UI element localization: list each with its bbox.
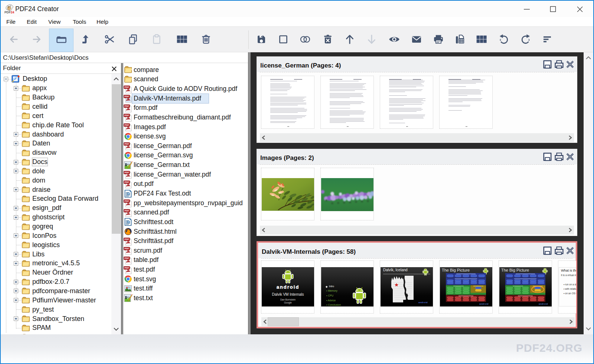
svg-text:PDF: PDF xyxy=(124,238,129,240)
svg-text:PDF: PDF xyxy=(124,209,129,212)
svg-text:PDF: PDF xyxy=(124,142,129,145)
svg-text:PDF: PDF xyxy=(124,200,129,202)
svg-text:PDF: PDF xyxy=(124,86,129,88)
svg-text:PDF: PDF xyxy=(124,95,129,98)
svg-text:PDF: PDF xyxy=(124,171,129,174)
svg-text:PDF24: PDF24 xyxy=(4,10,14,14)
svg-text:PDF: PDF xyxy=(124,124,129,126)
svg-text:PDF: PDF xyxy=(124,266,129,269)
svg-text:PDF: PDF xyxy=(124,181,129,183)
svg-text:PDF: PDF xyxy=(124,247,129,250)
svg-text:PDF: PDF xyxy=(124,114,129,117)
svg-text:PDF: PDF xyxy=(124,257,129,259)
svg-text:PDF: PDF xyxy=(124,105,129,107)
